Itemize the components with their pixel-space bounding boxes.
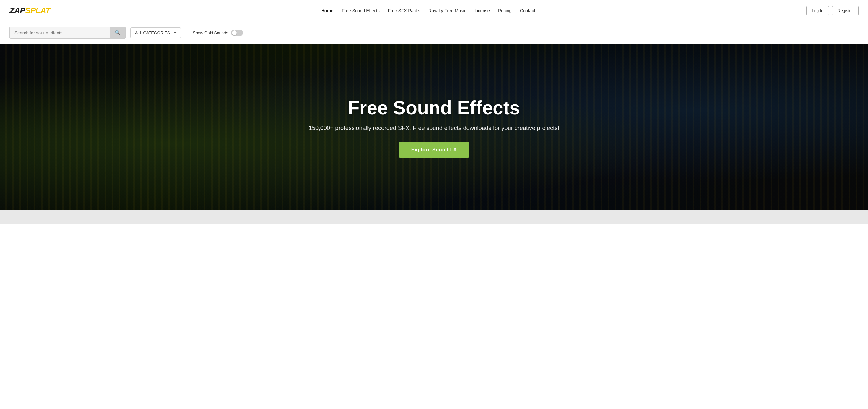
hero-content: Free Sound Effects 150,000+ professional…	[303, 97, 565, 157]
nav-auth-buttons: Log In Register	[806, 6, 859, 16]
site-logo[interactable]: ZAPSPLAT	[9, 6, 50, 16]
footer-strip	[0, 210, 868, 224]
category-select[interactable]: ALL CATEGORIES	[130, 28, 181, 38]
gold-sounds-label: Show Gold Sounds	[193, 30, 228, 35]
nav-free-sfx-packs[interactable]: Free SFX Packs	[388, 8, 420, 13]
hero-subtitle: 150,000+ professionally recorded SFX. Fr…	[309, 125, 559, 132]
search-button[interactable]: 🔍	[110, 27, 125, 38]
main-nav: Home Free Sound Effects Free SFX Packs R…	[321, 8, 535, 13]
toggle-knob	[232, 30, 237, 35]
hero-title: Free Sound Effects	[309, 97, 559, 119]
nav-free-sound-effects[interactable]: Free Sound Effects	[342, 8, 380, 13]
logo-splat: SPLAT	[25, 6, 50, 15]
hero-section: Free Sound Effects 150,000+ professional…	[0, 44, 868, 210]
nav-home[interactable]: Home	[321, 8, 334, 13]
gold-sounds-toggle[interactable]	[231, 30, 243, 36]
site-header: ZAPSPLAT Home Free Sound Effects Free SF…	[0, 0, 868, 21]
category-label: ALL CATEGORIES	[135, 30, 170, 35]
search-icon: 🔍	[115, 30, 121, 35]
nav-royalty-free-music[interactable]: Royalty Free Music	[428, 8, 466, 13]
gold-sounds-toggle-wrap: Show Gold Sounds	[193, 30, 243, 36]
search-bar: 🔍 ALL CATEGORIES Show Gold Sounds	[0, 21, 868, 44]
nav-license[interactable]: License	[474, 8, 490, 13]
login-button[interactable]: Log In	[806, 6, 829, 16]
nav-contact[interactable]: Contact	[520, 8, 535, 13]
chevron-down-icon	[174, 32, 177, 34]
search-input[interactable]	[10, 27, 110, 38]
explore-button[interactable]: Explore Sound FX	[399, 142, 469, 157]
logo-zap: ZAP	[9, 6, 25, 15]
nav-pricing[interactable]: Pricing	[498, 8, 512, 13]
search-input-wrap: 🔍	[9, 27, 126, 39]
register-button[interactable]: Register	[832, 6, 859, 16]
